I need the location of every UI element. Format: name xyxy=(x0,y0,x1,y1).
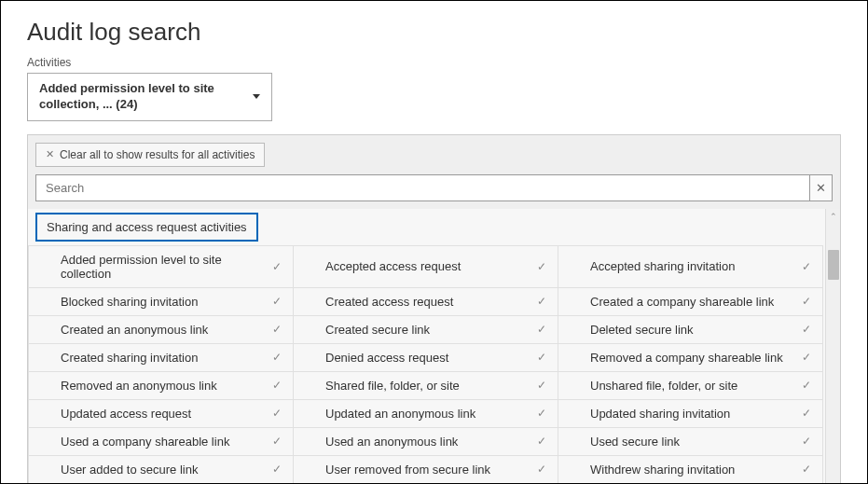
activity-label: Accepted sharing invitation xyxy=(590,259,794,273)
check-icon: ✓ xyxy=(537,463,546,476)
check-icon: ✓ xyxy=(272,463,282,476)
activity-label: Created access request xyxy=(325,295,530,309)
activity-label: Created a company shareable link xyxy=(590,295,794,309)
activity-item[interactable]: Shared file, folder, or site✓ xyxy=(294,372,558,399)
check-icon: ✓ xyxy=(802,260,811,273)
activity-item[interactable]: Created access request✓ xyxy=(294,288,558,315)
activity-label: Created an anonymous link xyxy=(61,323,265,337)
close-icon: ✕ xyxy=(46,148,54,160)
activity-label: Removed an anonymous link xyxy=(61,379,265,393)
check-icon: ✓ xyxy=(537,407,546,420)
activity-label: Unshared file, folder, or site xyxy=(590,379,794,393)
activity-item[interactable]: Deleted secure link✓ xyxy=(558,316,822,343)
activity-item[interactable]: Updated sharing invitation✓ xyxy=(558,400,822,427)
category-header[interactable]: Sharing and access request activities xyxy=(35,213,258,242)
activity-label: Used an anonymous link xyxy=(325,435,530,449)
activity-label: Created sharing invitation xyxy=(61,351,265,365)
activity-item[interactable]: Created sharing invitation✓ xyxy=(29,344,293,371)
results-area: Sharing and access request activities Ad… xyxy=(28,209,840,484)
activity-item[interactable]: Accepted sharing invitation✓ xyxy=(558,253,822,280)
clear-all-label: Clear all to show results for all activi… xyxy=(60,148,255,161)
activity-item[interactable]: Removed a company shareable link✓ xyxy=(558,344,822,371)
activity-label: Accepted access request xyxy=(325,259,530,273)
check-icon: ✓ xyxy=(802,463,811,476)
activity-item[interactable]: Withdrew sharing invitation✓ xyxy=(558,456,822,483)
check-icon: ✓ xyxy=(272,295,282,308)
activity-label: Added permission level to site collectio… xyxy=(61,253,265,281)
check-icon: ✓ xyxy=(272,260,282,273)
scrollbar[interactable]: ⌃ xyxy=(825,209,840,484)
activity-label: Updated sharing invitation xyxy=(590,407,794,421)
chevron-down-icon xyxy=(253,94,260,99)
check-icon: ✓ xyxy=(802,295,811,308)
activity-label: Deleted secure link xyxy=(590,323,794,337)
activity-item[interactable]: Used secure link✓ xyxy=(558,428,822,455)
search-clear-button[interactable]: ✕ xyxy=(810,174,833,201)
check-icon: ✓ xyxy=(802,351,811,364)
activity-label: Blocked sharing invitation xyxy=(61,295,265,309)
check-icon: ✓ xyxy=(537,351,546,364)
activity-label: Used a company shareable link xyxy=(61,435,265,449)
activity-item[interactable]: Added permission level to site collectio… xyxy=(29,246,293,287)
activity-label: Shared file, folder, or site xyxy=(325,379,530,393)
activity-item[interactable]: Created secure link✓ xyxy=(294,316,558,343)
activity-item[interactable]: Removed an anonymous link✓ xyxy=(29,372,293,399)
check-icon: ✓ xyxy=(802,323,811,336)
activity-label: Created secure link xyxy=(325,323,530,337)
check-icon: ✓ xyxy=(802,379,811,392)
activities-panel: ✕ Clear all to show results for all acti… xyxy=(27,134,841,484)
activity-item[interactable]: User added to secure link✓ xyxy=(29,456,293,483)
activity-item[interactable]: Blocked sharing invitation✓ xyxy=(29,288,293,315)
activity-label: Updated access request xyxy=(61,407,265,421)
activities-table: Added permission level to site collectio… xyxy=(28,245,823,484)
check-icon: ✓ xyxy=(537,260,546,273)
activity-label: Denied access request xyxy=(325,351,530,365)
activities-label: Activities xyxy=(27,56,841,69)
activity-label: Removed a company shareable link xyxy=(590,351,794,365)
activities-dropdown[interactable]: Added permission level to site collectio… xyxy=(27,73,272,121)
activity-label: Used secure link xyxy=(590,435,794,449)
check-icon: ✓ xyxy=(272,407,282,420)
search-input[interactable] xyxy=(35,174,810,201)
dropdown-text: Added permission level to site collectio… xyxy=(39,81,245,113)
check-icon: ✓ xyxy=(537,435,546,448)
activity-item[interactable]: Accepted access request✓ xyxy=(294,253,558,280)
activity-item[interactable]: User removed from secure link✓ xyxy=(294,456,558,483)
check-icon: ✓ xyxy=(537,323,546,336)
close-icon: ✕ xyxy=(816,181,826,195)
check-icon: ✓ xyxy=(272,379,282,392)
activity-label: Updated an anonymous link xyxy=(325,407,530,421)
activity-label: Withdrew sharing invitation xyxy=(590,463,794,477)
activity-item[interactable]: Denied access request✓ xyxy=(294,344,558,371)
activity-item[interactable]: Created an anonymous link✓ xyxy=(29,316,293,343)
scroll-up-icon[interactable]: ⌃ xyxy=(826,209,841,224)
activity-label: User removed from secure link xyxy=(325,463,530,477)
activity-item[interactable]: Used an anonymous link✓ xyxy=(294,428,558,455)
check-icon: ✓ xyxy=(802,435,811,448)
check-icon: ✓ xyxy=(272,323,282,336)
check-icon: ✓ xyxy=(537,379,546,392)
clear-all-button[interactable]: ✕ Clear all to show results for all acti… xyxy=(35,143,265,167)
activity-item[interactable]: Created a company shareable link✓ xyxy=(558,288,822,315)
check-icon: ✓ xyxy=(802,407,811,420)
activity-item[interactable]: Updated an anonymous link✓ xyxy=(294,400,558,427)
check-icon: ✓ xyxy=(537,295,546,308)
activity-item[interactable]: Unshared file, folder, or site✓ xyxy=(558,372,822,399)
scroll-thumb[interactable] xyxy=(828,250,839,280)
activity-item[interactable]: Updated access request✓ xyxy=(29,400,293,427)
activity-item[interactable]: Used a company shareable link✓ xyxy=(29,428,293,455)
activity-label: User added to secure link xyxy=(61,463,265,477)
check-icon: ✓ xyxy=(272,351,282,364)
page-title: Audit log search xyxy=(27,18,841,47)
check-icon: ✓ xyxy=(272,435,282,448)
